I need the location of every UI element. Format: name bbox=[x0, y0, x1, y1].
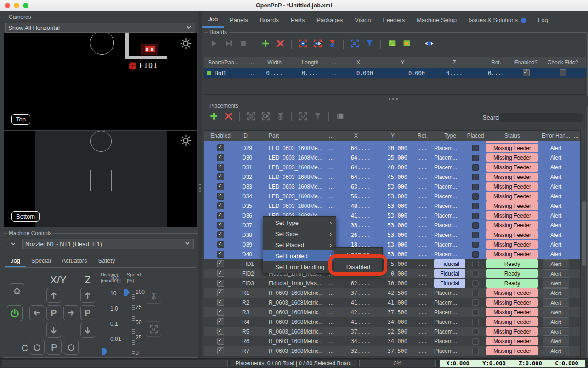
boards-column-header[interactable]: Length bbox=[292, 59, 328, 66]
error-handling-value[interactable]: Alert bbox=[543, 317, 569, 326]
placements-column-header[interactable]: ID bbox=[237, 132, 269, 139]
jog-x-plus-button[interactable] bbox=[63, 305, 78, 320]
placement-placed-checkbox[interactable] bbox=[472, 174, 479, 180]
placements-column-header[interactable]: Rot. bbox=[411, 132, 434, 139]
position-nozzle-button[interactable] bbox=[363, 38, 375, 50]
placements-column-header[interactable]: Placed bbox=[466, 132, 485, 139]
tab-parts[interactable]: Parts bbox=[285, 13, 311, 28]
context-menu-item-set-side[interactable]: Set Side› bbox=[263, 228, 336, 239]
two-point-board-location-button[interactable] bbox=[386, 38, 398, 50]
capture-tool-placement-button[interactable] bbox=[260, 111, 271, 123]
placement-row-r4[interactable]: R4R_0603_1608Metric......41....34.000...… bbox=[204, 317, 580, 327]
camera-view-select[interactable]: Show All Horizontal bbox=[5, 23, 195, 33]
search-input[interactable] bbox=[499, 113, 583, 122]
add-placement-button[interactable] bbox=[208, 111, 220, 123]
placement-row-d40[interactable]: D4053.000...Placem...Missing FeederAlert bbox=[204, 249, 580, 259]
boards-column-header[interactable]: Y bbox=[377, 59, 429, 66]
placement-placed-checkbox[interactable] bbox=[472, 338, 479, 345]
boards-column-header[interactable]: Enabled? bbox=[512, 59, 540, 66]
boards-column-header[interactable]: Board/Pan... bbox=[204, 59, 246, 66]
error-handling-value[interactable]: Alert bbox=[543, 288, 569, 297]
placement-placed-checkbox[interactable] bbox=[472, 213, 479, 219]
placement-enabled-checkbox[interactable] bbox=[217, 193, 224, 200]
add-board-button[interactable] bbox=[260, 38, 271, 50]
fiducial-check-button[interactable] bbox=[401, 38, 413, 50]
placement-placed-checkbox[interactable] bbox=[472, 155, 479, 161]
tab-machine-setup[interactable]: Machine Setup bbox=[411, 13, 463, 28]
board-enabled-checkbox[interactable] bbox=[523, 69, 530, 76]
placement-placed-checkbox[interactable] bbox=[472, 251, 479, 258]
placement-placed-checkbox[interactable] bbox=[472, 319, 479, 325]
tab-boards[interactable]: Boards bbox=[254, 13, 285, 28]
position-camera-placement-button[interactable] bbox=[297, 111, 309, 123]
placement-placed-checkbox[interactable] bbox=[472, 222, 479, 229]
placement-row-d33[interactable]: D33LED_0603_1608Me......63....53.000...P… bbox=[204, 182, 580, 191]
camera-view-bottom[interactable]: Bottom bbox=[4, 131, 197, 227]
placement-enabled-checkbox[interactable] bbox=[217, 280, 224, 287]
home-button[interactable] bbox=[10, 283, 24, 298]
placement-enabled-checkbox[interactable] bbox=[217, 231, 224, 238]
placement-row-r3[interactable]: R3R_0603_1608Metric......42....37.500...… bbox=[204, 307, 580, 317]
placement-row-fid2[interactable]: FID2Fiducial_1mm_Mas......0.000...Fiduci… bbox=[204, 269, 580, 278]
boards-column-header[interactable]: Rot. bbox=[480, 59, 512, 66]
placement-enabled-checkbox[interactable] bbox=[217, 309, 224, 316]
machine-tab-safety[interactable]: Safety bbox=[93, 254, 121, 267]
job-preview-button[interactable] bbox=[423, 38, 435, 50]
placement-placed-checkbox[interactable] bbox=[472, 290, 479, 296]
placement-placed-checkbox[interactable] bbox=[472, 348, 479, 354]
placements-column-header[interactable]: Part bbox=[269, 132, 325, 139]
placement-row-d39[interactable]: D3918....53.000...Placem...Missing Feede… bbox=[204, 240, 580, 249]
machine-tab-special[interactable]: Special bbox=[26, 254, 57, 267]
placement-enabled-checkbox[interactable] bbox=[217, 251, 224, 258]
placement-enabled-checkbox[interactable] bbox=[217, 347, 224, 354]
context-menu-item-set-error-handling[interactable]: Set Error Handling bbox=[263, 261, 336, 272]
placement-row-d36[interactable]: D36LED_0603_1608Me......41....53.000...P… bbox=[204, 211, 580, 220]
jog-y-plus-button[interactable] bbox=[46, 288, 61, 303]
placement-placed-checkbox[interactable] bbox=[472, 261, 479, 267]
placement-placed-checkbox[interactable] bbox=[472, 164, 479, 171]
jog-z-park-button[interactable]: P bbox=[80, 305, 95, 320]
error-handling-value[interactable]: Alert bbox=[543, 308, 569, 316]
placement-row-fid3[interactable]: FID3Fiducial_1mm_Mas......62....70.000..… bbox=[204, 278, 580, 288]
jog-z-plus-button[interactable] bbox=[80, 288, 95, 303]
placement-row-r7[interactable]: R7R_0603_1608Metric......32....37.500...… bbox=[204, 346, 580, 356]
context-menu-item-set-placed[interactable]: Set Placed› bbox=[263, 239, 336, 250]
camera-view-top[interactable]: FID1 Top bbox=[4, 33, 197, 130]
panel-splitter[interactable] bbox=[198, 11, 202, 358]
placement-placed-checkbox[interactable] bbox=[472, 328, 479, 335]
placement-enabled-checkbox[interactable] bbox=[217, 241, 224, 248]
safe-z-button[interactable] bbox=[146, 288, 161, 304]
stop-job-button[interactable] bbox=[237, 38, 249, 50]
placement-enabled-checkbox[interactable] bbox=[217, 270, 224, 277]
speed-slider-track[interactable] bbox=[132, 293, 135, 354]
placement-row-d38[interactable]: D3826....53.000...Placem...Missing Feede… bbox=[204, 230, 580, 240]
boards-column-header[interactable]: Check Fids? bbox=[540, 59, 586, 66]
start-job-button[interactable] bbox=[208, 38, 220, 50]
position-tool-placement-button[interactable] bbox=[274, 111, 286, 123]
placement-row-r1[interactable]: R1R_0603_1608Metric......37....42.500...… bbox=[204, 288, 580, 298]
placement-row-d34[interactable]: D34LED_0603_1608Me......56....53.000...P… bbox=[204, 191, 580, 201]
error-handling-value[interactable]: Alert bbox=[543, 279, 569, 288]
power-button[interactable] bbox=[7, 305, 23, 321]
placements-column-header[interactable]: ... bbox=[325, 132, 338, 139]
jog-c-cw-button[interactable] bbox=[64, 340, 79, 355]
distance-slider-track[interactable] bbox=[107, 276, 107, 355]
tab-packages[interactable]: Packages bbox=[311, 13, 349, 28]
placement-enabled-checkbox[interactable] bbox=[217, 154, 224, 161]
placements-column-header[interactable]: Type bbox=[434, 132, 466, 139]
placements-column-header[interactable]: ... bbox=[572, 132, 580, 139]
tab-feeders[interactable]: Feeders bbox=[377, 13, 411, 28]
position-camera-button[interactable] bbox=[349, 38, 361, 50]
placement-enabled-checkbox[interactable] bbox=[217, 183, 224, 190]
boards-column-header[interactable]: X bbox=[340, 59, 377, 66]
placement-placed-checkbox[interactable] bbox=[472, 193, 479, 200]
placement-row-d30[interactable]: D30LED_0603_1608Me......64....35.000...P… bbox=[204, 153, 580, 162]
placement-placed-checkbox[interactable] bbox=[472, 270, 479, 277]
error-handling-value[interactable]: Alert bbox=[543, 346, 569, 355]
placements-scrollbar[interactable] bbox=[581, 130, 587, 357]
capture-tool-location-button[interactable] bbox=[311, 38, 323, 50]
placements-column-header[interactable]: X bbox=[338, 132, 374, 139]
jog-xy-park-button[interactable]: P bbox=[46, 305, 61, 320]
placement-enabled-checkbox[interactable] bbox=[217, 202, 224, 209]
jog-c-ccw-button[interactable] bbox=[30, 340, 45, 355]
